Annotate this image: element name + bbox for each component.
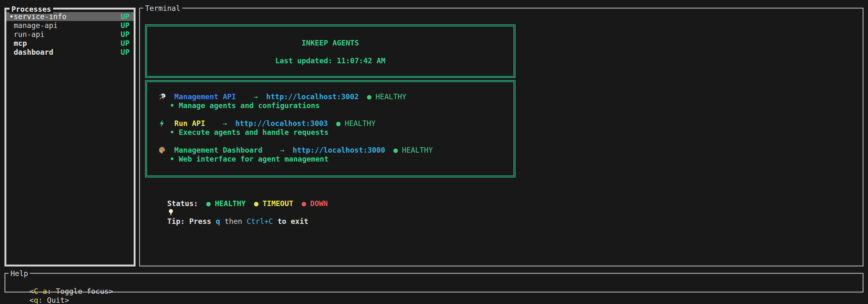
health-dot-icon: ●	[393, 146, 398, 154]
header-box: INKEEP AGENTS Last updated: 11:07:42 AM	[145, 25, 516, 78]
help-shortcuts: <C-a: Toggle focus> <q: Quit> <j: Next> …	[5, 274, 863, 304]
separator: :	[47, 287, 56, 295]
process-status-badge: UP	[121, 21, 129, 30]
process-status-badge: UP	[121, 30, 129, 39]
services-box: Management API→http://localhost:3002●HEA…	[145, 80, 516, 177]
bracket: <	[29, 296, 34, 304]
tip-suffix: to exit	[277, 217, 308, 226]
health-label: HEALTHY	[375, 93, 406, 101]
bracket: <	[29, 287, 34, 295]
help-panel-title: Help	[8, 269, 30, 278]
arrow-icon: →	[223, 119, 227, 128]
process-name: dashboard	[14, 48, 121, 57]
process-name: manage-api	[14, 21, 121, 30]
process-name: run-api	[14, 30, 121, 39]
process-row-dashboard[interactable]: dashboard UP	[6, 48, 134, 57]
shortcut-key: C-a	[34, 287, 47, 295]
shortcut-desc: Quit	[47, 296, 65, 304]
help-item-toggle-focus: <C-a: Toggle focus>	[29, 287, 113, 295]
bracket: >	[65, 296, 69, 304]
process-row-manage-api[interactable]: manage-api UP	[6, 21, 134, 30]
service-row-management-api: Management API→http://localhost:3002●HEA…	[147, 92, 514, 110]
help-item-quit: <q: Quit>	[29, 296, 69, 304]
health-label: HEALTHY	[345, 119, 375, 128]
app-title: INKEEP AGENTS	[147, 38, 514, 47]
service-name: Management API	[174, 93, 236, 101]
arrow-icon: →	[280, 146, 284, 154]
health-dot-icon: ●	[367, 93, 371, 101]
status-legend: Status:●HEALTHY●TIMEOUT●DOWN	[150, 190, 328, 199]
process-status-badge: UP	[121, 12, 129, 21]
health-dot-icon: ●	[336, 119, 340, 128]
service-row-run-api: Run API→http://localhost:3003●HEALTHY • …	[147, 119, 514, 137]
service-url: http://localhost:3000	[293, 146, 385, 154]
process-name: mcp	[14, 39, 121, 48]
arrow-icon: →	[254, 93, 258, 101]
rocket-icon	[158, 93, 167, 101]
tip-line: Tip: PressqthenCtrl+Cto exit	[150, 199, 308, 208]
process-row-run-api[interactable]: run-api UP	[6, 30, 134, 39]
service-url: http://localhost:3003	[236, 119, 328, 128]
tip-middle: then	[225, 217, 242, 226]
service-row-management-dashboard: Management Dashboard→http://localhost:30…	[147, 146, 514, 164]
service-name: Management Dashboard	[174, 146, 262, 154]
process-row-mcp[interactable]: mcp UP	[6, 39, 134, 48]
lightning-icon	[158, 119, 167, 128]
service-description: • Web interface for agent management	[147, 155, 514, 164]
process-status-badge: UP	[121, 48, 129, 57]
process-status-badge: UP	[121, 39, 129, 48]
tip-prefix: Tip: Press	[167, 217, 211, 226]
tip-key: q	[216, 217, 220, 226]
health-label: HEALTHY	[402, 146, 433, 154]
terminal-panel-title: Terminal	[143, 4, 182, 13]
tip-combo: Ctrl+C	[247, 217, 273, 226]
bracket: >	[109, 287, 113, 295]
legend-label: DOWN	[310, 199, 328, 208]
service-description: • Manage agents and configurations	[147, 101, 514, 110]
last-updated-text: Last updated: 11:07:42 AM	[147, 56, 514, 65]
service-name: Run API	[174, 119, 205, 128]
help-panel: Help <C-a: Toggle focus> <q: Quit> <j: N…	[4, 273, 864, 293]
processes-panel[interactable]: Processes • service-info UP manage-api U…	[4, 8, 135, 267]
separator: :	[38, 296, 47, 304]
service-description: • Execute agents and handle requests	[147, 128, 514, 137]
shortcut-key: q	[34, 296, 38, 304]
lightbulb-icon	[167, 208, 175, 216]
processes-panel-title: Processes	[9, 5, 53, 14]
shortcut-desc: Toggle focus	[56, 287, 109, 295]
palette-icon	[158, 146, 167, 154]
terminal-panel[interactable]: Terminal INKEEP AGENTS Last updated: 11:…	[139, 8, 864, 267]
service-url: http://localhost:3002	[266, 93, 359, 101]
process-list: • service-info UP manage-api UP run-api …	[6, 9, 134, 57]
